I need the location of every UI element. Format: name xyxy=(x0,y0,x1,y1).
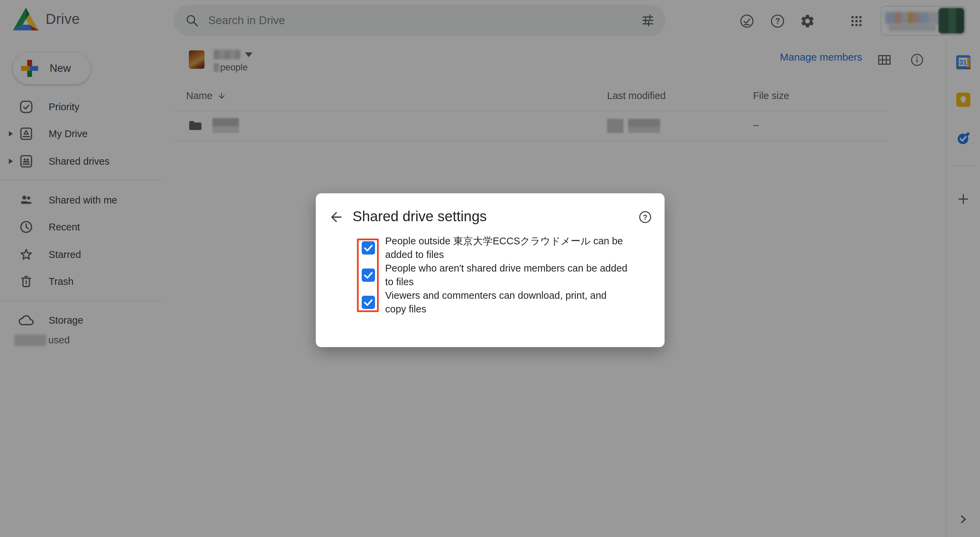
option-label: Viewers and commenters can download, pri… xyxy=(385,288,637,316)
checkmark-icon xyxy=(362,296,375,309)
help-icon: ? xyxy=(638,210,653,225)
option-viewers-download: Viewers and commenters can download, pri… xyxy=(316,288,665,316)
option-non-members: People who aren't shared drive members c… xyxy=(316,261,665,288)
checkbox-people-outside-org[interactable] xyxy=(362,241,375,255)
dialog-help-button[interactable]: ? xyxy=(637,209,653,225)
option-people-outside-org: People outside 東京大学ECCSクラウドメール can be ad… xyxy=(316,234,665,261)
settings-options: People outside 東京大学ECCSクラウドメール can be ad… xyxy=(316,234,665,316)
checkbox-viewers-download[interactable] xyxy=(362,296,375,309)
dialog-title: Shared drive settings xyxy=(353,208,487,225)
back-arrow-icon xyxy=(328,209,344,225)
shared-drive-settings-dialog: Shared drive settings ? People outside 東… xyxy=(316,193,665,347)
option-label: People who aren't shared drive members c… xyxy=(385,261,637,288)
checkmark-icon xyxy=(362,241,375,255)
svg-text:?: ? xyxy=(643,213,647,221)
checkbox-non-members[interactable] xyxy=(362,269,375,282)
checkmark-icon xyxy=(362,269,375,282)
back-button[interactable] xyxy=(328,209,344,225)
option-label: People outside 東京大学ECCSクラウドメール can be ad… xyxy=(385,234,637,261)
